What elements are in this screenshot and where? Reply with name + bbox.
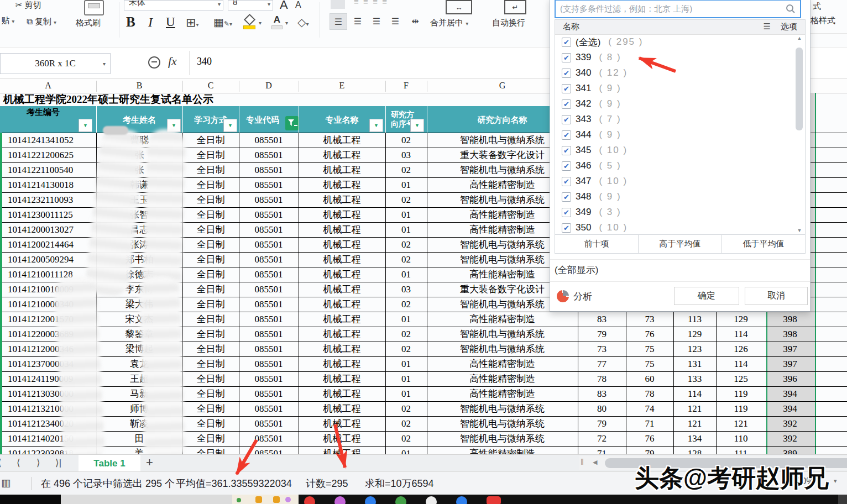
align-left-button[interactable]: ☰ — [330, 13, 347, 30]
sheet-tab-active[interactable]: Table 1 — [79, 455, 140, 472]
cell-score[interactable]: 80 — [578, 401, 626, 416]
cell-score[interactable]: 78 — [626, 386, 673, 401]
cell-major[interactable]: 机械工程 — [299, 237, 385, 252]
first-sheet-icon[interactable]: ⟨ — [0, 457, 2, 469]
filter-search-input[interactable]: (支持多条件过滤，例如：北京 上海) — [555, 0, 801, 18]
cell-total-score[interactable]: 398 — [766, 327, 814, 342]
table-row[interactable]: 10141200214464张涛全日制085501机械工程02智能机电与微纳系统 — [0, 237, 578, 252]
filter-item[interactable]: ✔(全选)( 295 ) — [555, 34, 792, 50]
filter-item[interactable]: ✔347( 10 ) — [555, 174, 792, 189]
cell-major[interactable]: 机械工程 — [299, 342, 385, 356]
col-letter-e[interactable]: E — [299, 78, 385, 93]
table-row[interactable]: 10141221200625张全日制085501机械工程03重大装备数字化设计 — [0, 148, 578, 162]
align-top-partial-icon[interactable] — [331, 0, 345, 9]
cell-mode[interactable]: 全日制 — [182, 237, 239, 252]
cell-mode[interactable]: 全日制 — [182, 371, 239, 386]
cell-score[interactable]: 74 — [626, 401, 673, 416]
cell-score[interactable]: 76 — [626, 327, 673, 342]
scrollbar-grip[interactable]: ‖ — [581, 458, 584, 466]
cell-mode[interactable]: 全日制 — [182, 282, 239, 297]
cell-id[interactable]: 10141221200625 — [8, 148, 95, 162]
cell-score[interactable]: 133 — [673, 371, 716, 386]
cell-score[interactable]: 75 — [626, 342, 673, 356]
cell-code[interactable]: 085501 — [239, 312, 299, 327]
indent-icon[interactable]: ⇹ — [407, 13, 423, 29]
filter-dropdown-f[interactable]: ▼ — [410, 119, 424, 132]
fill-color-icon[interactable] — [242, 14, 257, 30]
header-major-code[interactable]: 专业代码 — [239, 106, 286, 133]
cell-score[interactable]: 114 — [716, 356, 766, 371]
cell-major[interactable]: 机械工程 — [299, 401, 385, 416]
filter-dropdown-e[interactable]: ▼ — [369, 119, 383, 132]
format-painter-button[interactable]: 格式刷 — [76, 18, 101, 28]
wrap-text-button[interactable]: 自动换行 — [492, 18, 525, 28]
eraser-icon[interactable]: ◇▾ — [297, 15, 309, 29]
checkbox-checked[interactable]: ✔ — [562, 99, 571, 109]
cell-code[interactable]: 085501 — [239, 222, 299, 237]
checkbox-checked[interactable]: ✔ — [562, 38, 571, 47]
cell-id[interactable]: 10141221100540 — [8, 162, 95, 177]
font-color-icon[interactable]: A — [271, 14, 283, 30]
cell-score[interactable]: 129 — [716, 312, 766, 327]
cell-code[interactable]: 085501 — [239, 297, 299, 312]
table-row[interactable]: 10141241341052曹聪全日制085501机械工程02智能机电与微纳系统 — [0, 133, 578, 148]
cell-score[interactable]: 60 — [626, 371, 673, 386]
cell-major[interactable]: 机械工程 — [299, 267, 385, 282]
filter-dropdown-a[interactable]: ▼ — [79, 119, 92, 132]
cell-dir[interactable]: 01 — [385, 177, 427, 192]
filter-item[interactable]: ✔344( 9 ) — [555, 127, 792, 143]
cell-dir[interactable]: 02 — [385, 297, 427, 312]
cell-id[interactable]: 10141241341052 — [8, 133, 95, 148]
cell-total-score[interactable]: 394 — [766, 386, 814, 401]
cut-button[interactable]: ✂ 剪切 — [15, 0, 41, 11]
zoom-formula-icon[interactable] — [148, 56, 160, 69]
cell-score[interactable]: 126 — [716, 342, 766, 356]
filter-item[interactable]: ✔350( 10 ) — [555, 220, 792, 235]
cell-code[interactable]: 085501 — [239, 133, 299, 148]
cell-score[interactable]: 134 — [673, 431, 716, 446]
cell-total-score[interactable]: 394 — [766, 401, 814, 416]
app-icon[interactable] — [456, 496, 467, 504]
app-icon[interactable] — [334, 496, 346, 504]
cell-code[interactable]: 085501 — [239, 342, 299, 356]
cell-mode[interactable]: 全日制 — [182, 312, 239, 327]
tray-green-icon[interactable] — [237, 498, 241, 502]
cell-mode[interactable]: 全日制 — [182, 267, 239, 282]
italic-button[interactable]: I — [148, 15, 153, 30]
cell-dir[interactable]: 01 — [385, 356, 427, 371]
cell-dir[interactable]: 01 — [385, 312, 427, 327]
top-ten-button[interactable]: 前十项 — [555, 235, 639, 253]
ok-button[interactable]: 确定 — [674, 287, 739, 305]
cell-score[interactable]: 114 — [716, 327, 766, 342]
cell-code[interactable]: 085501 — [239, 431, 299, 446]
tray-violet-icon[interactable] — [285, 497, 291, 502]
cell-id[interactable]: 10141200214464 — [8, 237, 95, 252]
tray-gold-icon[interactable] — [255, 496, 262, 503]
filter-item[interactable]: ✔339( 8 ) — [555, 50, 792, 65]
status-left-icon[interactable]: ▥ — [1, 477, 11, 489]
cell-score[interactable]: 77 — [578, 356, 626, 371]
cell-major[interactable]: 机械工程 — [299, 327, 385, 342]
cell-score[interactable]: 119 — [716, 401, 766, 416]
cell-code[interactable]: 085501 — [239, 148, 299, 162]
cell-dir[interactable]: 02 — [385, 401, 427, 416]
cell-dirname[interactable]: 智能机电与微纳系统 — [427, 327, 578, 342]
filter-item[interactable]: ✔346( 5 ) — [555, 158, 792, 174]
scroll-thumb[interactable] — [796, 48, 803, 130]
checkbox-checked[interactable]: ✔ — [562, 130, 571, 140]
cell-total-score[interactable]: 397 — [766, 356, 814, 371]
checkbox-checked[interactable]: ✔ — [562, 84, 571, 93]
cell-dir[interactable]: 02 — [385, 327, 427, 342]
cell-code[interactable]: 085501 — [239, 162, 299, 177]
cell-dir[interactable]: 02 — [385, 162, 427, 177]
cell-total-score[interactable]: 392 — [766, 431, 814, 446]
cell-code[interactable]: 085501 — [239, 267, 299, 282]
cell-major[interactable]: 机械工程 — [299, 371, 385, 386]
cell-score[interactable]: 71 — [626, 416, 673, 431]
scroll-left-icon[interactable]: ◀ — [593, 459, 597, 466]
scroll-down-icon[interactable]: ▼ — [795, 228, 804, 233]
cell-dir[interactable]: 03 — [385, 148, 427, 162]
align-right-button[interactable]: ☰ — [368, 13, 385, 29]
cell-score[interactable]: 83 — [578, 312, 626, 327]
cell-major[interactable]: 机械工程 — [299, 386, 385, 401]
